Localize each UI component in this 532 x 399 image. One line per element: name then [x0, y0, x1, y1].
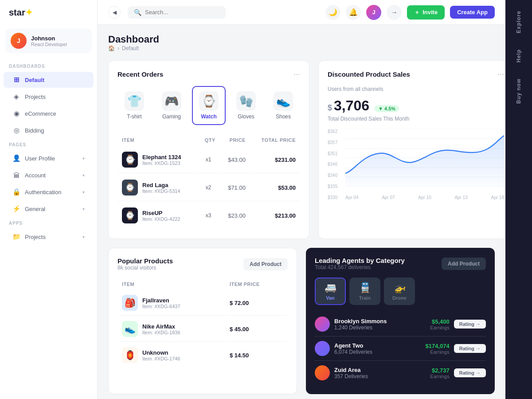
- chevron-down-icon: ▾: [82, 207, 85, 211]
- agent-name: Brooklyn Simmons: [334, 318, 387, 325]
- add-product-button-agents[interactable]: Add Product: [442, 258, 486, 270]
- agent-earnings: $2,737: [430, 367, 449, 374]
- item-info: 👟 Nike AirMax Item: #XDG-1836: [122, 321, 222, 337]
- item-price: $23.00: [220, 202, 249, 229]
- buy-now-button[interactable]: Buy now: [514, 75, 524, 107]
- sidebar-item-general[interactable]: ⚡ General ▾: [4, 201, 94, 217]
- ecommerce-icon: ◉: [12, 110, 20, 117]
- cat-btn-drone[interactable]: 🚁 Drone: [384, 278, 415, 305]
- agent-avatar: [315, 341, 330, 356]
- item-name: Unknown: [142, 349, 180, 356]
- sidebar-item-default[interactable]: ⊞ Default: [4, 72, 94, 88]
- item-price: $43.00: [220, 146, 249, 173]
- table-row: 👟 Nike AirMax Item: #XDG-1836 $ 45.00: [118, 317, 287, 342]
- item-total: $213.00: [250, 202, 299, 229]
- item-sku: Item: #XDG-1746: [142, 356, 180, 361]
- col-item: ITEM: [118, 279, 225, 289]
- tab-gloves[interactable]: 🧤 Gloves: [229, 86, 263, 125]
- sidebar-item-label: eCommerce: [25, 110, 56, 117]
- sidebar-item-projects[interactable]: ◈ Projects: [4, 89, 94, 105]
- sidebar-item-authentication[interactable]: 🔒 Authentication ▾: [4, 184, 94, 200]
- user-role: React Developer: [31, 42, 67, 47]
- popular-products-card: Popular Products 8k social visitors Add …: [108, 248, 297, 394]
- tab-gaming[interactable]: 🎮 Gaming: [155, 86, 188, 125]
- tab-tshirt[interactable]: 👕 T-shirt: [117, 86, 151, 125]
- invite-button[interactable]: ＋ Invite: [407, 5, 445, 20]
- col-price: PRICE: [220, 135, 249, 145]
- rating-button[interactable]: Rating →: [454, 320, 486, 329]
- rating-button[interactable]: Rating →: [454, 344, 486, 353]
- card-menu-icon[interactable]: ···: [497, 70, 504, 79]
- table-row: ⌚ Elephant 1324 Item: #XDG-1523 x1 $43.0…: [118, 146, 299, 173]
- leading-agents-subtitle: Total 424,567 deliveries: [315, 264, 405, 270]
- theme-toggle-button[interactable]: 🌙: [325, 5, 340, 20]
- section-pages: PAGES: [0, 139, 97, 150]
- sales-subtitle: Users from all channels: [328, 86, 504, 92]
- notifications-button[interactable]: 🔔: [346, 5, 361, 20]
- add-product-button[interactable]: Add Product: [243, 258, 288, 270]
- col-item: ITEM: [118, 135, 197, 145]
- chart-svg: [345, 129, 504, 187]
- item-price: $ 14.50: [226, 343, 287, 368]
- bidding-icon: ◎: [12, 126, 20, 134]
- topbar-avatar[interactable]: J: [366, 5, 381, 20]
- table-row: ⌚ Red Laga Item: #XDG-5314 x2 $71.00 $53…: [118, 174, 299, 201]
- search-input[interactable]: [145, 9, 219, 16]
- collapse-sidebar-button[interactable]: ◀: [108, 6, 121, 19]
- table-row: 🎒 Fjallraven Item: #XDG-6437 $ 72.00: [118, 290, 287, 316]
- item-info: ⌚ RiseUP Item: #XDG-4222: [122, 207, 193, 223]
- popular-products-header: Popular Products 8k social visitors Add …: [117, 257, 288, 271]
- sidebar-item-label: Projects: [25, 234, 46, 240]
- general-icon: ⚡: [12, 205, 20, 213]
- create-app-button[interactable]: Create App: [450, 6, 495, 19]
- tab-shoes[interactable]: 👟 Shoes: [266, 86, 300, 125]
- rating-button[interactable]: Rating →: [454, 368, 486, 377]
- recent-orders-card: Recent Orders ··· 👕 T-shirt 🎮 Gaming ⌚ W…: [108, 60, 309, 239]
- shoes-icon: 👟: [274, 91, 293, 111]
- earnings-label: Earnings: [425, 349, 449, 355]
- cat-btn-train[interactable]: 🚆 Train: [349, 278, 380, 305]
- item-thumb: 🎒: [122, 295, 138, 311]
- drone-icon: 🚁: [394, 282, 406, 293]
- train-icon: 🚆: [359, 282, 371, 293]
- content: Dashboard 🏠 › Default Recent Orders ··· …: [98, 25, 505, 399]
- shoes-label: Shoes: [276, 113, 291, 120]
- tab-watch[interactable]: ⌚ Watch: [192, 86, 226, 125]
- leading-agents-header: Leading Agents by Category Total 424,567…: [315, 257, 486, 270]
- item-name: Fjallraven: [142, 297, 180, 304]
- recent-orders-header: Recent Orders ···: [117, 70, 300, 79]
- sales-amount: $ 3,706 ▼ 4.5%: [328, 98, 504, 114]
- agent-earnings: $5,400: [430, 318, 449, 325]
- tshirt-icon: 👕: [125, 91, 144, 111]
- sidebar-item-user-profile[interactable]: 👤 User Profile ▾: [4, 150, 94, 166]
- sidebar-item-bidding[interactable]: ◎ Bidding: [4, 122, 94, 138]
- products-table: ITEM ITEM PRICE 🎒 Fjallraven: [117, 278, 288, 368]
- cat-btn-van[interactable]: 🚐 Van: [315, 278, 346, 305]
- agent-earnings: $174,074: [425, 343, 449, 349]
- table-row: 🏮 Unknown Item: #XDG-1746 $ 14.50: [118, 343, 287, 368]
- sidebar-item-projects-app[interactable]: 📁 Projects ▾: [4, 229, 94, 245]
- main-content-area: ◀ 🔍 🌙 🔔 J → ＋ Invite Create App Dashboar…: [98, 0, 505, 399]
- user-profile-card[interactable]: J Johnson React Developer: [5, 28, 92, 53]
- projects-app-icon: 📁: [12, 233, 20, 241]
- bottom-grid: Popular Products 8k social visitors Add …: [108, 248, 495, 394]
- agent-row: Brooklyn Simmons 1,240 Deliveries $5,400…: [315, 312, 486, 336]
- category-tabs: 👕 T-shirt 🎮 Gaming ⌚ Watch 🧤 Gloves: [117, 86, 300, 125]
- sidebar-item-account[interactable]: 🏛 Account ▾: [4, 167, 94, 183]
- sales-chart: $362 $357 $351 $346 $340 $335 $330: [328, 129, 504, 200]
- user-name: Johnson: [31, 35, 67, 42]
- item-name: RiseUP: [142, 210, 180, 216]
- explore-button[interactable]: Explore: [514, 7, 524, 37]
- sidebar-item-label: Projects: [25, 94, 46, 100]
- agent-name: Zuid Area: [334, 367, 368, 373]
- sidebar-item-label: Authentication: [25, 189, 61, 196]
- agent-name: Agent Two: [334, 342, 372, 349]
- item-sku: Item: #XDG-4222: [142, 216, 180, 222]
- arrow-right-icon[interactable]: →: [387, 5, 402, 20]
- sidebar-item-ecommerce[interactable]: ◉ eCommerce: [4, 106, 94, 121]
- drone-label: Drone: [392, 295, 407, 301]
- item-info: 🎒 Fjallraven Item: #XDG-6437: [122, 295, 222, 311]
- leading-agents-card: Leading Agents by Category Total 424,567…: [306, 248, 495, 394]
- card-menu-icon[interactable]: ···: [293, 70, 300, 79]
- help-button[interactable]: Help: [514, 46, 524, 66]
